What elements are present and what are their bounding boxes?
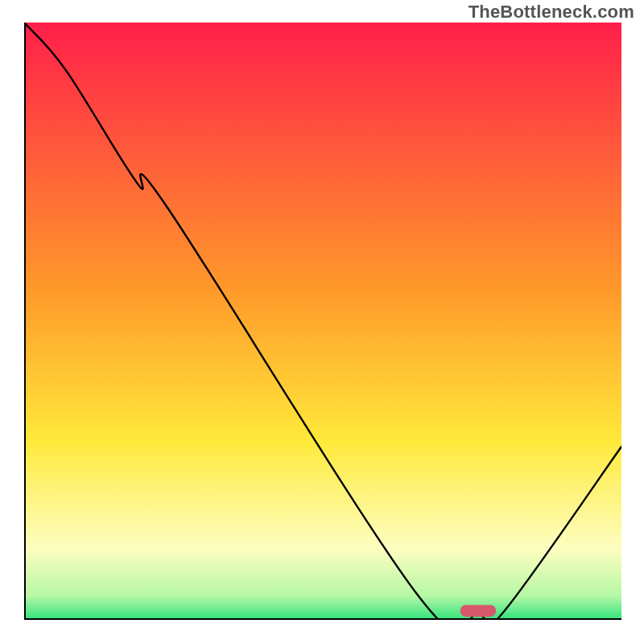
chart-container: TheBottleneck.com — [0, 0, 644, 644]
optimal-point-marker — [460, 605, 497, 617]
chart-svg — [24, 23, 621, 620]
gradient-background — [24, 23, 621, 620]
chart-plot-area — [24, 23, 621, 620]
watermark-text: TheBottleneck.com — [469, 2, 634, 23]
